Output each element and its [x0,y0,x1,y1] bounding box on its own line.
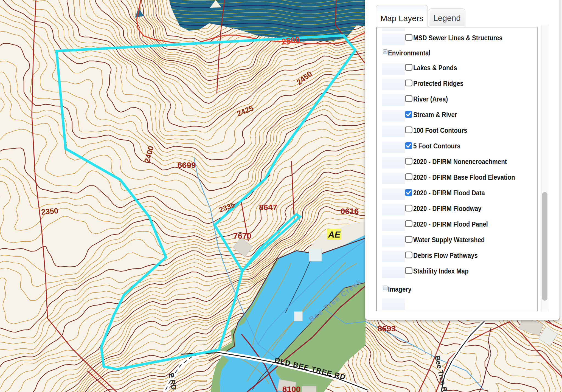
svg-text:2350: 2350 [41,206,59,216]
svg-text:8100: 8100 [282,385,301,392]
svg-text:AE: AE [328,230,341,239]
svg-text:canopv 20: canopv 20 [403,341,534,368]
svg-text:0616: 0616 [341,207,359,216]
svg-text:7670: 7670 [233,231,252,240]
svg-text:6699: 6699 [178,160,196,170]
svg-text:8647: 8647 [259,203,277,212]
svg-text:8693: 8693 [378,324,396,333]
